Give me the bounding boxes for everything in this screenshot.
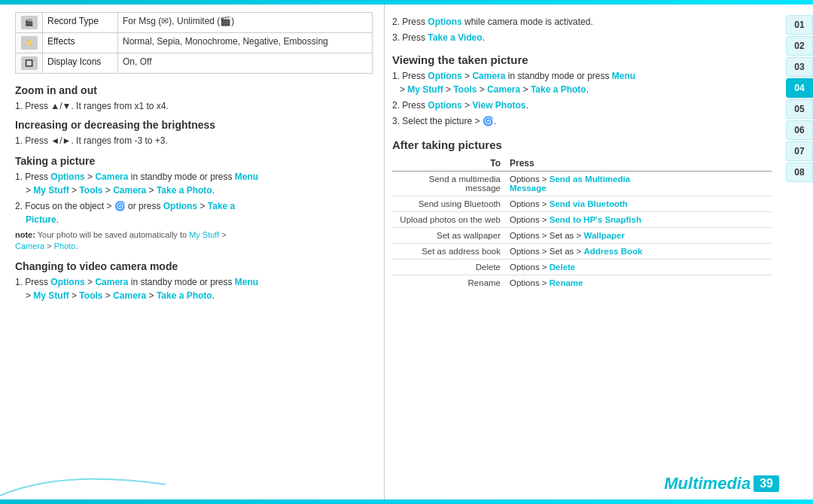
tab-02[interactable]: 02 <box>786 36 813 56</box>
options-link-6: Options <box>428 100 461 111</box>
tools-link-1: Tools <box>79 185 102 196</box>
effects-label: Effects <box>43 33 118 53</box>
camera-link-4: Camera <box>113 290 146 301</box>
right-tabs: 01 02 03 04 05 06 07 08 <box>786 15 813 182</box>
viewing-title: Viewing the taken picture <box>392 53 772 66</box>
tab-08[interactable]: 08 <box>786 162 813 182</box>
after-title: After taking pictures <box>392 138 772 151</box>
camera-link-3: Camera <box>95 277 128 287</box>
record-type-value: For Msg (✉), Unlimited (🎬) <box>118 13 373 33</box>
table-row: Set as wallpaper Options > Set as > Wall… <box>392 228 772 244</box>
content-area: 🎬 Record Type For Msg (✉), Unlimited (🎬)… <box>0 5 783 499</box>
press-options-2: 2. Press Options while camera mode is ac… <box>392 15 772 29</box>
zoom-text: 1. Press ▲/▼. It ranges from x1 to x4. <box>15 99 373 113</box>
camera-note: Camera <box>15 241 44 250</box>
to-header: To <box>392 156 505 172</box>
send-multimedia-link: Send as MultimediaMessage <box>510 175 630 193</box>
camera-link-1: Camera <box>95 172 128 182</box>
view-step3: 3. Select the picture > 🌀. <box>392 114 772 128</box>
table-row: Set as address book Options > Set as > A… <box>392 244 772 260</box>
tab-07[interactable]: 07 <box>786 141 813 161</box>
view-step2: 2. Press Options > View Photos. <box>392 99 772 112</box>
table-row: Upload photos on the web Options > Send … <box>392 212 772 228</box>
tab-06[interactable]: 06 <box>786 120 813 140</box>
record-table: 🎬 Record Type For Msg (✉), Unlimited (🎬)… <box>15 12 373 74</box>
display-icons-label: Display Icons <box>43 53 118 74</box>
table-row: Send a multimediamessage Options > Send … <box>392 172 772 196</box>
row-press-2: Options > Send via Bluetooth <box>505 196 772 212</box>
row-to-2: Send using Bluetooth <box>392 196 505 212</box>
wallpaper-link: Wallpaper <box>583 231 625 240</box>
tools-link-3: Tools <box>453 84 477 95</box>
snapfish-link: Send to HP's Snapfish <box>550 215 641 224</box>
options-link-4: Options <box>428 17 461 27</box>
camera-link-5: Camera <box>472 71 505 81</box>
press-table: To Press Send a multimediamessage Option… <box>392 156 772 290</box>
row-press-3: Options > Send to HP's Snapfish <box>505 212 772 228</box>
view-photos-link: View Photos <box>472 100 525 111</box>
options-link-2: Options <box>163 201 197 211</box>
row-press-7: Options > Rename <box>505 275 772 291</box>
effects-value: Normal, Sepia, Monochrome, Negative, Emb… <box>118 33 373 53</box>
display-icons-value: On, Off <box>118 53 373 74</box>
video-title: Changing to video camera mode <box>15 260 373 272</box>
menu-link-2: Menu <box>235 277 258 287</box>
taking-title: Taking a picture <box>15 155 373 167</box>
mystuff-link-1: My Stuff <box>33 185 69 196</box>
takeaphoto-link-2: Take a Photo <box>157 290 212 301</box>
bottom-bar <box>0 499 813 504</box>
right-column: 2. Press Options while camera mode is ac… <box>384 5 783 499</box>
row-to-3: Upload photos on the web <box>392 212 505 228</box>
tab-01[interactable]: 01 <box>786 15 813 35</box>
row-to-5: Set as address book <box>392 244 505 260</box>
effects-icon: ✨ <box>21 36 38 50</box>
taking-step1: 1. Press Options > Camera in standby mod… <box>15 170 373 197</box>
mystuff-note: My Stuff <box>189 230 219 239</box>
press-take-video: 3. Press Take a Video. <box>392 31 772 44</box>
row-press-5: Options > Set as > Address Book <box>505 244 772 260</box>
menu-link-3: Menu <box>612 71 635 81</box>
tab-04[interactable]: 04 <box>786 78 813 98</box>
note-text: note: Your photo will be saved automatic… <box>15 229 373 253</box>
row-press-1: Options > Send as MultimediaMessage <box>505 172 772 196</box>
footer-label: Multimedia 39 <box>664 474 779 493</box>
left-column: 🎬 Record Type For Msg (✉), Unlimited (🎬)… <box>0 5 384 499</box>
send-bluetooth-link: Send via Bluetooth <box>550 199 628 208</box>
page-number: 39 <box>754 475 779 492</box>
table-row: Send using Bluetooth Options > Send via … <box>392 196 772 212</box>
press-header: Press <box>505 156 772 172</box>
menu-link-1: Menu <box>235 172 258 182</box>
bottom-arc <box>0 473 166 499</box>
table-row: Delete Options > Delete <box>392 260 772 275</box>
camera-link-6: Camera <box>487 84 520 95</box>
brightness-title: Increasing or decreasing the brightness <box>15 119 373 131</box>
row-to-6: Delete <box>392 260 505 275</box>
video-step1: 1. Press Options > Camera in standby mod… <box>15 275 373 302</box>
photo-note: Photo <box>54 241 76 250</box>
tools-link-2: Tools <box>79 290 102 301</box>
address-book-link: Address Book <box>583 247 642 256</box>
row-to-4: Set as wallpaper <box>392 228 505 244</box>
options-link-3: Options <box>50 277 84 287</box>
takeaphoto-link-3: Take a Photo <box>531 84 586 95</box>
mystuff-link-2: My Stuff <box>33 290 69 301</box>
camera-link-2: Camera <box>113 185 146 196</box>
takea-link: Take a <box>208 201 235 211</box>
rename-link: Rename <box>550 278 583 287</box>
delete-link: Delete <box>550 263 576 272</box>
tab-05[interactable]: 05 <box>786 99 813 119</box>
row-press-4: Options > Set as > Wallpaper <box>505 228 772 244</box>
multimedia-text: Multimedia <box>664 474 751 493</box>
display-icon: 🔲 <box>21 56 38 70</box>
take-video-link: Take a Video <box>428 32 482 43</box>
options-link-1: Options <box>50 172 84 182</box>
zoom-title: Zoom in and out <box>15 84 373 96</box>
brightness-text: 1. Press ◄/►. It ranges from -3 to +3. <box>15 134 373 147</box>
tab-03[interactable]: 03 <box>786 57 813 77</box>
record-type-label: Record Type <box>43 13 118 33</box>
picture-link: Picture <box>26 214 56 225</box>
table-row: Rename Options > Rename <box>392 275 772 291</box>
row-to-7: Rename <box>392 275 505 291</box>
options-link-5: Options <box>428 71 461 81</box>
taking-step2: 2. Focus on the object > 🌀 or press Opti… <box>15 199 373 226</box>
